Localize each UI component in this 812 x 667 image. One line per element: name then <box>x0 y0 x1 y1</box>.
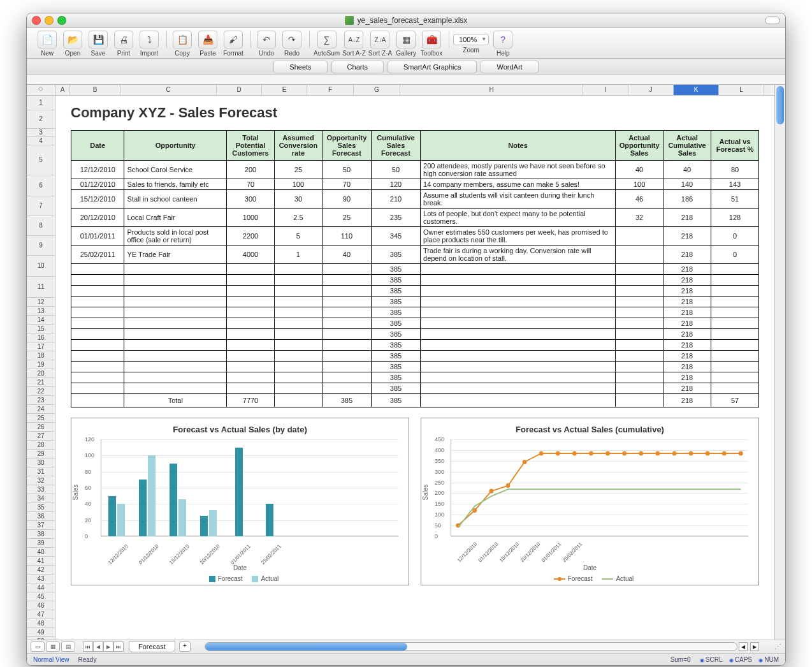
table-cell[interactable] <box>124 264 227 275</box>
table-row[interactable]: 25/02/2011YE Trade Fair4000140385Trade f… <box>71 246 759 264</box>
table-row[interactable]: 385218 <box>71 275 759 286</box>
table-row[interactable]: 385218 <box>71 372 759 383</box>
table-cell[interactable] <box>421 275 616 286</box>
table-cell[interactable]: 12/12/2010 <box>71 161 124 179</box>
table-cell[interactable]: 1 <box>274 246 322 264</box>
new-button[interactable]: 📄New <box>36 31 59 57</box>
table-row[interactable]: 385218 <box>71 307 759 318</box>
table-cell[interactable]: 51 <box>711 190 759 209</box>
next-sheet-icon[interactable]: ▶ <box>103 641 113 652</box>
table-cell[interactable]: 32 <box>616 209 663 227</box>
column-header-F[interactable]: F <box>307 85 354 95</box>
open-button[interactable]: 📂Open <box>61 31 84 57</box>
table-cell[interactable] <box>421 372 616 383</box>
table-cell[interactable] <box>124 329 227 340</box>
table-cell[interactable]: Stall in school canteen <box>124 190 227 209</box>
table-cell[interactable] <box>711 307 759 318</box>
table-header[interactable]: Assumed Conversion rate <box>274 131 322 161</box>
normal-view-icon[interactable]: ▭ <box>31 641 45 652</box>
horizontal-scrollbar[interactable]: ◀ ▶ <box>205 642 760 651</box>
table-cell[interactable]: 385 <box>371 275 420 286</box>
table-header[interactable]: Opportunity Sales Forecast <box>322 131 371 161</box>
table-cell[interactable] <box>227 351 275 362</box>
row-header[interactable]: 22 <box>27 387 55 396</box>
autosum-button[interactable]: ∑AutoSum <box>314 31 340 57</box>
table-row[interactable]: 385218 <box>71 297 759 307</box>
table-cell[interactable] <box>71 383 124 394</box>
table-cell[interactable]: 385 <box>371 372 420 383</box>
last-sheet-icon[interactable]: ⏭ <box>113 641 124 652</box>
column-headers[interactable]: ABCDEFGHIJKL <box>55 85 774 96</box>
table-cell[interactable]: 218 <box>663 340 711 351</box>
table-cell[interactable] <box>274 383 322 394</box>
table-cell[interactable]: 385 <box>371 329 420 340</box>
table-cell[interactable] <box>71 351 124 362</box>
column-header-E[interactable]: E <box>262 85 307 95</box>
table-cell[interactable]: 210 <box>371 190 420 209</box>
table-cell[interactable]: 57 <box>711 394 759 407</box>
table-cell[interactable] <box>711 318 759 329</box>
table-cell[interactable]: 01/12/2010 <box>71 179 124 190</box>
table-cell[interactable]: 218 <box>663 275 711 286</box>
table-cell[interactable]: 40 <box>616 161 663 179</box>
table-cell[interactable]: 385 <box>322 394 371 407</box>
table-cell[interactable] <box>421 264 616 275</box>
table-cell[interactable] <box>616 264 663 275</box>
table-cell[interactable] <box>124 372 227 383</box>
table-cell[interactable]: 218 <box>663 227 711 246</box>
table-cell[interactable]: Products sold in local post office (sale… <box>124 227 227 246</box>
table-cell[interactable] <box>71 286 124 297</box>
row-header[interactable]: 29 <box>27 450 55 458</box>
column-header-J[interactable]: J <box>628 85 674 95</box>
table-cell[interactable] <box>71 362 124 372</box>
table-cell[interactable] <box>616 246 663 264</box>
row-header[interactable]: 44 <box>27 583 55 592</box>
table-cell[interactable]: 200 attendees, mostly parents we have no… <box>421 161 616 179</box>
row-header[interactable]: 42 <box>27 566 55 575</box>
table-cell[interactable] <box>421 383 616 394</box>
table-cell[interactable] <box>227 275 275 286</box>
row-header[interactable]: 48 <box>27 619 55 628</box>
table-cell[interactable]: Lots of people, but don't expect many to… <box>421 209 616 227</box>
table-cell[interactable]: 5 <box>274 227 322 246</box>
table-cell[interactable] <box>274 362 322 372</box>
table-row[interactable]: 01/01/2011Products sold in local post of… <box>71 227 759 246</box>
table-cell[interactable] <box>322 297 371 307</box>
table-cell[interactable]: 70 <box>322 179 371 190</box>
resize-grip-icon[interactable]: ⋰ <box>774 643 781 651</box>
table-cell[interactable] <box>274 264 322 275</box>
table-cell[interactable]: 01/01/2011 <box>71 227 124 246</box>
table-cell[interactable] <box>711 340 759 351</box>
row-header[interactable]: 6 <box>27 175 55 196</box>
row-header[interactable]: 15 <box>27 325 55 334</box>
table-cell[interactable] <box>71 318 124 329</box>
help-button[interactable]: ?Help <box>491 31 514 57</box>
table-cell[interactable] <box>322 307 371 318</box>
row-header[interactable]: 12 <box>27 298 55 307</box>
row-header[interactable]: 14 <box>27 316 55 325</box>
table-cell[interactable]: 30 <box>274 190 322 209</box>
row-header[interactable]: 27 <box>27 432 55 441</box>
table-cell[interactable]: 0 <box>711 246 759 264</box>
table-cell[interactable] <box>274 372 322 383</box>
row-header[interactable]: 49 <box>27 628 55 637</box>
table-cell[interactable] <box>124 307 227 318</box>
row-header[interactable]: 16 <box>27 334 55 342</box>
row-header[interactable]: 21 <box>27 378 55 387</box>
table-cell[interactable] <box>322 275 371 286</box>
table-cell[interactable] <box>274 340 322 351</box>
line-chart[interactable]: Forecast vs Actual Sales (cumulative) Sa… <box>421 418 759 585</box>
table-row[interactable]: 385218 <box>71 329 759 340</box>
column-header-D[interactable]: D <box>217 85 262 95</box>
table-row[interactable]: 01/12/2010Sales to friends, family etc70… <box>71 179 759 190</box>
table-cell[interactable] <box>616 286 663 297</box>
column-header-A[interactable]: A <box>55 85 70 95</box>
gallery-button[interactable]: ▦Gallery <box>395 31 417 57</box>
table-cell[interactable]: 15/12/2010 <box>71 190 124 209</box>
save-button[interactable]: 💾Save <box>87 31 110 57</box>
table-cell[interactable] <box>124 383 227 394</box>
row-header[interactable]: 43 <box>27 575 55 583</box>
zoom-field[interactable]: 100% <box>453 34 489 45</box>
table-row[interactable]: 15/12/2010Stall in school canteen3003090… <box>71 190 759 209</box>
table-cell[interactable] <box>711 329 759 340</box>
